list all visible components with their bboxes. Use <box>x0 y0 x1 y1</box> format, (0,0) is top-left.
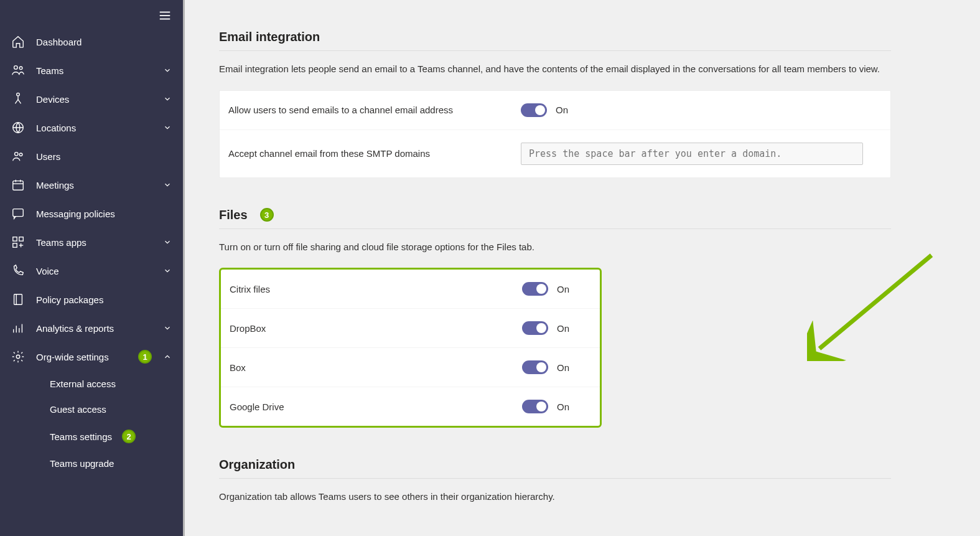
divider <box>219 478 891 479</box>
smtp-domains-input[interactable] <box>521 143 863 165</box>
annotation-badge: 2 <box>122 430 136 443</box>
sidebar-item-messaging-policies[interactable]: Messaging policies <box>0 199 183 228</box>
organization-section: Organization Organization tab allows Tea… <box>219 458 891 504</box>
setting-label: Accept channel email from these SMTP dom… <box>228 148 521 159</box>
toggle-state: On <box>557 284 569 294</box>
section-title: Organization <box>219 458 891 478</box>
setting-label: Citrix files <box>230 284 522 294</box>
nav: Dashboard Teams Devices Locations Users … <box>0 27 183 476</box>
sidebar-subitem-teams-upgrade[interactable]: Teams upgrade <box>0 451 183 476</box>
setting-row-google-drive: Google Drive On <box>221 387 600 426</box>
svg-rect-14 <box>13 237 17 241</box>
chevron-down-icon <box>163 123 172 132</box>
toggle-state: On <box>557 402 569 412</box>
package-icon <box>11 293 25 306</box>
hamburger-menu-button[interactable] <box>158 0 183 27</box>
section-description: Email integration lets people send an em… <box>219 62 891 77</box>
sidebar-subitem-guest-access[interactable]: Guest access <box>0 397 183 422</box>
sidebar-item-label: Voice <box>36 266 152 276</box>
svg-rect-13 <box>13 209 24 217</box>
divider <box>219 228 891 229</box>
toggle-dropbox[interactable] <box>522 321 548 335</box>
sidebar-item-users[interactable]: Users <box>0 142 183 171</box>
section-title-text: Files <box>219 208 248 222</box>
chevron-down-icon <box>163 238 172 247</box>
email-integration-section: Email integration Email integration lets… <box>219 30 891 178</box>
setting-label: DropBox <box>230 323 522 334</box>
sidebar-item-teams-apps[interactable]: Teams apps <box>0 228 183 256</box>
annotation-badge: 1 <box>138 350 152 364</box>
setting-row-box: Box On <box>221 348 600 387</box>
toggle-citrix[interactable] <box>522 282 548 296</box>
svg-rect-19 <box>14 294 22 305</box>
teams-icon <box>11 63 25 77</box>
sidebar-item-teams[interactable]: Teams <box>0 56 183 85</box>
setting-row-dropbox: DropBox On <box>221 309 600 348</box>
setting-label: Box <box>230 362 522 373</box>
files-section: Files 3 Turn on or turn off file sharing… <box>219 208 891 428</box>
sidebar-item-label: Users <box>36 151 172 162</box>
setting-label: Allow users to send emails to a channel … <box>228 105 521 115</box>
sidebar-item-locations[interactable]: Locations <box>0 113 183 142</box>
sidebar-item-voice[interactable]: Voice <box>0 256 183 285</box>
sidebar-subitem-label: Guest access <box>50 404 106 415</box>
users-icon <box>11 149 25 163</box>
svg-rect-9 <box>13 181 24 190</box>
gear-icon <box>11 350 25 364</box>
sidebar-subitem-label: Teams settings <box>50 431 112 442</box>
sidebar-item-label: Teams apps <box>36 237 152 248</box>
email-settings-card: Allow users to send emails to a channel … <box>219 90 891 178</box>
analytics-icon <box>11 321 25 335</box>
sidebar-item-label: Locations <box>36 123 152 133</box>
home-icon <box>11 35 25 49</box>
sidebar-item-policy-packages[interactable]: Policy packages <box>0 285 183 314</box>
chevron-down-icon <box>163 66 172 75</box>
sidebar-item-analytics-reports[interactable]: Analytics & reports <box>0 314 183 342</box>
sidebar-item-label: Teams <box>36 65 152 76</box>
svg-point-3 <box>14 66 17 70</box>
svg-point-25 <box>16 355 20 359</box>
sidebar-item-devices[interactable]: Devices <box>0 85 183 113</box>
devices-icon <box>11 92 25 106</box>
svg-point-8 <box>19 153 22 156</box>
sidebar-subitem-teams-settings[interactable]: Teams settings 2 <box>0 422 183 451</box>
sidebar-item-label: Analytics & reports <box>36 323 152 334</box>
sidebar-item-label: Messaging policies <box>36 209 172 219</box>
chevron-down-icon <box>163 95 172 103</box>
svg-point-4 <box>19 67 22 70</box>
svg-rect-15 <box>19 237 23 241</box>
sidebar-item-org-wide-settings[interactable]: Org-wide settings 1 <box>0 342 183 371</box>
toggle-state: On <box>557 362 569 373</box>
sidebar-item-label: Dashboard <box>36 37 172 47</box>
sidebar-item-label: Devices <box>36 94 152 105</box>
chevron-down-icon <box>163 324 172 332</box>
divider <box>219 50 891 51</box>
main-content: Email integration Email integration lets… <box>185 0 980 536</box>
chevron-up-icon <box>163 352 172 361</box>
sidebar-item-dashboard[interactable]: Dashboard <box>0 27 183 56</box>
sidebar-subitem-label: Teams upgrade <box>50 458 114 469</box>
phone-icon <box>11 264 25 278</box>
sidebar-subitem-external-access[interactable]: External access <box>0 371 183 397</box>
chevron-down-icon <box>163 181 172 189</box>
setting-row-smtp-domains: Accept channel email from these SMTP dom… <box>220 130 890 177</box>
toggle-google-drive[interactable] <box>522 400 548 413</box>
globe-icon <box>11 121 25 134</box>
setting-label: Google Drive <box>230 402 522 412</box>
section-description: Organization tab allows Teams users to s… <box>219 490 891 504</box>
sidebar-item-label: Policy packages <box>36 294 172 305</box>
svg-rect-16 <box>13 243 17 247</box>
setting-row-citrix: Citrix files On <box>221 270 600 309</box>
toggle-box[interactable] <box>522 360 548 374</box>
toggle-allow-emails[interactable] <box>521 103 547 117</box>
setting-row-allow-emails: Allow users to send emails to a channel … <box>220 91 890 130</box>
sidebar: Dashboard Teams Devices Locations Users … <box>0 0 185 536</box>
sidebar-item-meetings[interactable]: Meetings <box>0 171 183 199</box>
chevron-down-icon <box>163 266 172 275</box>
calendar-icon <box>11 178 25 192</box>
annotation-badge: 3 <box>260 208 274 222</box>
section-description: Turn on or turn off file sharing and clo… <box>219 240 891 255</box>
apps-icon <box>11 235 25 249</box>
section-title: Email integration <box>219 30 891 50</box>
toggle-state: On <box>557 323 569 334</box>
